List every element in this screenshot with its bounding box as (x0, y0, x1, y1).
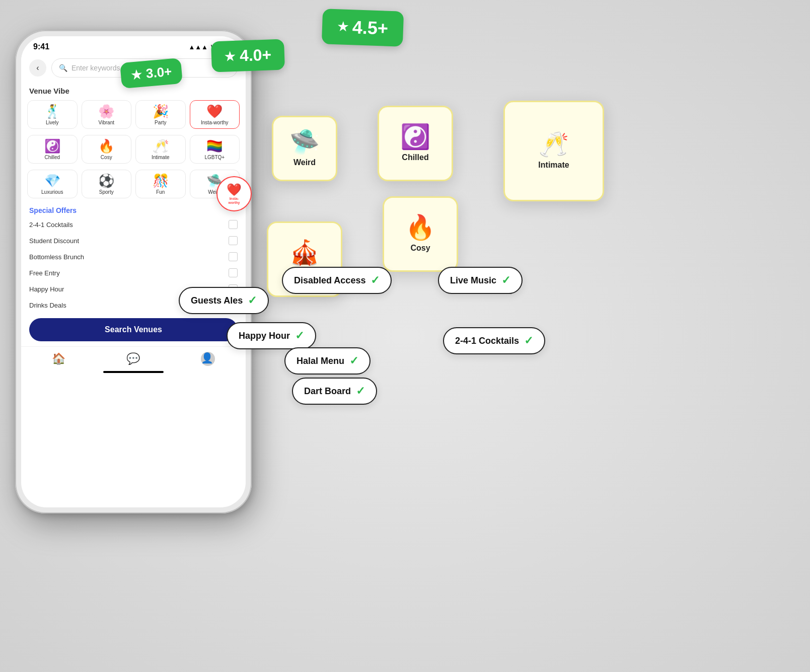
back-button[interactable]: ‹ (29, 59, 46, 77)
ufo-icon: 🛸 (289, 130, 320, 154)
profile-avatar[interactable]: 👤 (201, 352, 215, 366)
offer-checkbox-brunch[interactable] (229, 252, 238, 261)
vibe-luxurious[interactable]: 💎 Luxurious (27, 170, 78, 198)
vibe-lgbtq[interactable]: 🏳️‍🌈 LGBTQ+ (190, 135, 240, 164)
filter-tag-halal[interactable]: Halal Menu ✓ (284, 347, 371, 375)
vibe-fun[interactable]: 🎊 Fun (135, 170, 186, 198)
filter-tag-cocktails[interactable]: 2-4-1 Cocktails ✓ (443, 327, 545, 354)
vibe-grid-row1: 🕺 Lively 🌸 Vibrant 🎉 Party ❤️ Insta-wort… (21, 98, 246, 133)
filter-tag-dart[interactable]: Dart Board ✓ (292, 378, 377, 405)
float-card-intimate: 🥂 Intimate (503, 101, 604, 201)
filter-tag-happy-label: Happy Hour (239, 331, 290, 341)
vibe-intimate[interactable]: 🥂 Intimate (135, 135, 186, 164)
offer-checkbox-241[interactable] (229, 220, 238, 229)
rating-badge-45: ★ 4.5+ (322, 9, 404, 47)
float-card-weird-label: Weird (293, 158, 316, 167)
home-indicator (103, 371, 164, 373)
float-card-chilled-label: Chilled (402, 153, 428, 162)
checkmark-disabled: ✓ (371, 274, 380, 287)
vibe-cosy[interactable]: 🔥 Cosy (82, 135, 132, 164)
float-card-cosy-label: Cosy (410, 244, 430, 253)
filter-tag-disabled[interactable]: Disabled Access ✓ (282, 267, 392, 294)
lgbtq-icon: 🎪 (289, 241, 320, 265)
filter-tag-guests[interactable]: Guests Ales ✓ (179, 287, 269, 314)
wine-glasses-icon: 🥂 (539, 132, 569, 157)
checkmark-cocktails: ✓ (524, 334, 533, 347)
bottom-nav: 🏠 💬 👤 (21, 346, 246, 369)
filter-tag-guests-label: Guests Ales (191, 295, 243, 306)
vibe-instaworthy[interactable]: ❤️ Insta-worthy (190, 100, 240, 129)
filter-tag-halal-label: Halal Menu (297, 356, 344, 366)
filter-tag-cocktails-label: 2-4-1 Cocktails (455, 336, 519, 346)
search-venues-button[interactable]: Search Venues (29, 318, 238, 341)
offer-student[interactable]: Student Discount (21, 233, 246, 249)
checkmark-dart: ✓ (356, 385, 365, 398)
search-icon: 🔍 (59, 64, 67, 72)
checkmark-guests: ✓ (248, 294, 257, 307)
filter-tag-happy[interactable]: Happy Hour ✓ (227, 322, 316, 349)
instaworthy-float-badge: ❤️ Insta-worthy (216, 176, 252, 211)
vibe-grid-row2: ☯️ Chilled 🔥 Cosy 🥂 Intimate 🏳️‍🌈 LGBTQ+ (21, 133, 246, 168)
filter-tag-live[interactable]: Live Music ✓ (438, 267, 523, 294)
filter-tag-dart-label: Dart Board (304, 386, 351, 397)
venue-label: Venue (29, 87, 51, 95)
rating-badge-3: ★ 3.0+ (120, 58, 183, 89)
checkmark-halal: ✓ (349, 354, 358, 367)
filter-tag-disabled-label: Disabled Access (294, 275, 365, 286)
rating-badge-4: ★ 4.0+ (211, 39, 285, 72)
fire-icon: 🔥 (405, 215, 435, 240)
vibe-party[interactable]: 🎉 Party (135, 100, 186, 129)
offer-241-cocktails[interactable]: 2-4-1 Cocktails (21, 216, 246, 233)
float-card-weird: 🛸 Weird (272, 116, 337, 181)
vibe-grid-row3: 💎 Luxurious ⚽ Sporty 🎊 Fun 🛸 Weird (21, 168, 246, 202)
vibe-lively[interactable]: 🕺 Lively (27, 100, 78, 129)
home-nav-icon[interactable]: 🏠 (52, 352, 65, 365)
offer-checkbox-entry[interactable] (229, 268, 238, 277)
offer-brunch[interactable]: Bottomless Brunch (21, 249, 246, 265)
search-placeholder: Enter keywords... (71, 64, 126, 72)
vibe-vibrant[interactable]: 🌸 Vibrant (82, 100, 132, 129)
vibe-sporty[interactable]: ⚽ Sporty (82, 170, 132, 198)
special-offers-title: Special Offers (21, 202, 246, 216)
offer-entry[interactable]: Free Entry (21, 265, 246, 281)
vibe-chilled[interactable]: ☯️ Chilled (27, 135, 78, 164)
float-card-cosy: 🔥 Cosy (383, 196, 458, 272)
offer-checkbox-student[interactable] (229, 236, 238, 245)
float-card-chilled: ☯️ Chilled (378, 106, 453, 181)
checkmark-live: ✓ (501, 274, 510, 287)
yinyang-icon: ☯️ (400, 125, 430, 149)
filter-tag-live-label: Live Music (450, 275, 496, 286)
vibe-label: Vibe (53, 87, 69, 95)
checkmark-happy: ✓ (295, 329, 304, 342)
chat-nav-icon[interactable]: 💬 (126, 352, 140, 365)
float-card-intimate-label: Intimate (538, 161, 569, 170)
status-time: 9:41 (33, 42, 49, 51)
